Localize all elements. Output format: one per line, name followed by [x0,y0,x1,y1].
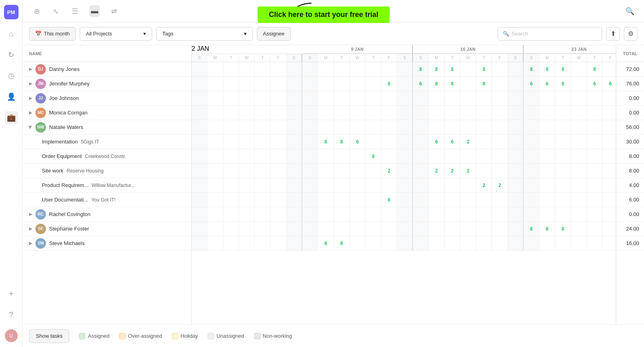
cell-5 [270,193,286,207]
sidebar-item-home[interactable]: ⌂ [5,27,18,40]
nonworking-label: Non-working [263,333,292,339]
free-trial-banner[interactable]: Click here to start your free trial [258,6,390,23]
show-tasks-button[interactable]: Show tasks [29,329,69,343]
assignee-button[interactable]: Assignee [257,27,290,41]
this-month-button[interactable]: 📅 This month [29,27,76,41]
tags-select[interactable]: Tags ▾ [156,27,253,41]
avatar-jennifer: JM [35,79,46,89]
grid-icon[interactable]: ▬ [89,5,100,17]
week-2jan: 2 JAN [192,45,302,54]
row-natalie-waters[interactable]: ▶ NW Natalie Waters [23,120,191,135]
sidebar-item-activity[interactable]: ↻ [5,48,18,61]
row-joe-johnson[interactable]: ▶ JJ Joe Johnson [23,91,191,106]
row-site-work[interactable]: Site work Reserve Housing [23,164,191,178]
legend-nonworking: Non-working [254,333,292,339]
total-column: TOTAL 72.0076.000.000.0056.0030.008.008.… [616,45,644,324]
cell-2 [223,106,239,120]
sidebar-item-help[interactable]: ? [5,308,18,321]
sidebar-item-projects[interactable]: 💼 [5,111,18,124]
cell-19 [492,222,508,236]
row-monica-corrigan[interactable]: ▶ MC Monica Corrigan [23,106,191,120]
filter-icon[interactable]: ⇌ [109,5,119,17]
cell-24 [571,135,587,149]
cell-8 [318,222,334,236]
all-projects-select[interactable]: All Projects ▾ [80,27,152,41]
cell-19 [492,135,508,149]
cell-9: 8 [334,135,350,149]
cell-23 [555,120,571,134]
total-row: 8.00 [616,164,644,178]
cell-5 [270,91,286,105]
cell-24 [571,207,587,221]
cell-20 [508,106,524,120]
cell-5 [270,135,286,149]
topbar: ⊕ ∿ ☰ ▬ ⇌ Click here to start your free … [23,0,644,23]
sidebar-item-users[interactable]: 👤 [5,90,18,103]
cell-6 [287,222,302,236]
cell-2 [223,149,239,163]
sidebar-add-button[interactable]: + [5,287,18,300]
row-jennifer-murphey[interactable]: ▶ JM Jennifer Murphey [23,77,191,91]
cell-26 [603,178,616,192]
cell-3 [239,222,255,236]
cell-15 [429,193,444,207]
cell-3 [239,236,255,250]
day-s5: S [413,54,429,62]
user-avatar[interactable]: U [5,329,18,342]
row-product-requirements[interactable]: Product Requirem... Willow Manufactur... [23,178,191,193]
row-implementation[interactable]: Implementation 5Gigs IT [23,135,191,149]
cell-9 [334,178,350,192]
row-steve-michaels[interactable]: ▶ SM Steve Michaels [23,236,191,251]
cell-15 [429,91,444,105]
day-s4: S [397,54,413,62]
day-t2: T [255,54,270,62]
sidebar-item-clock[interactable]: ◷ [5,69,18,82]
list-icon[interactable]: ☰ [70,5,80,17]
cell-0 [192,164,207,178]
search-box[interactable]: 🔍 Search [497,27,602,41]
cell-6 [287,77,302,91]
cell-14 [413,222,429,236]
total-row: 56.00 [616,120,644,135]
cell-4 [255,77,270,91]
task-name-product-req: Product Requirem... [42,182,89,188]
cell-10 [350,236,365,250]
row-rachel-covington[interactable]: ▶ RC Rachel Covington [23,207,191,222]
cell-18: 8 [476,62,492,76]
cell-16 [445,193,460,207]
cell-13 [397,77,413,91]
cell-11 [365,106,381,120]
cell-23 [555,106,571,120]
row-order-equipment[interactable]: Order Equipment Creekwood Constr. [23,149,191,164]
row-user-documentation[interactable]: User Documentati... You Got IT! [23,193,191,207]
zoom-icon[interactable]: ⊕ [32,5,41,17]
logo[interactable]: PM [4,5,19,19]
cell-4 [255,135,270,149]
cell-3 [239,135,255,149]
cell-10 [350,164,365,178]
cell-24 [571,149,587,163]
cell-22: 6 [539,77,555,91]
row-danny-jones[interactable]: ▶ DJ Danny Jones [23,62,191,77]
total-row: 0.00 [616,91,644,106]
cell-22 [539,193,555,207]
export-button[interactable]: ⬆ [606,27,620,41]
cell-7 [302,193,318,207]
task-name-order-equipment: Order Equipment [42,153,82,159]
cell-21 [524,120,539,134]
topbar-search-icon[interactable]: 🔍 [625,7,634,16]
settings-button[interactable]: ⚙ [624,27,638,41]
row-stephanie-foster[interactable]: ▶ SF Stephanie Foster [23,222,191,236]
cell-5 [270,164,286,178]
activity-icon[interactable]: ∿ [51,5,60,17]
cell-12: 2 [381,164,397,178]
cell-8 [318,193,334,207]
avatar-natalie: NW [35,122,46,133]
day-t4: T [365,54,381,62]
cell-14 [413,164,429,178]
total-header: TOTAL [616,45,644,62]
cell-16 [445,120,460,134]
week-16jan: 16 JAN [413,45,524,54]
cell-12 [381,207,397,221]
cell-5 [270,178,286,192]
